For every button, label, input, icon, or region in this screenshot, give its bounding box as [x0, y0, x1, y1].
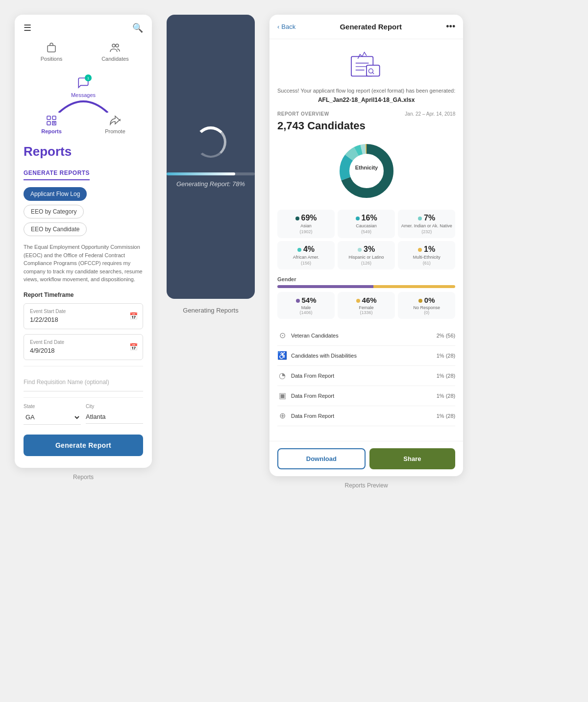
calendar-icon: 📅 [129, 312, 138, 320]
more-options-icon[interactable]: ••• [446, 22, 455, 32]
stat-icon: ⊕ [277, 411, 287, 421]
progress-bar-fill [167, 172, 235, 175]
action-buttons: Download Share [270, 441, 463, 476]
end-date-label: Event End Date [30, 339, 137, 345]
right-bottom-label: Reports Preview [270, 482, 463, 489]
nav-candidates[interactable]: Candidates [83, 37, 147, 67]
end-date-field[interactable]: Event End Date 4/9/2018 📅 [24, 334, 143, 360]
eeo-by-category-button[interactable]: EEO by Category [24, 205, 84, 218]
ethnicity-card: 4% African Amer. (156) [277, 241, 335, 269]
state-select[interactable]: GA [24, 410, 81, 425]
ethnicity-card: 69% Asian (1902) [277, 210, 335, 238]
stat-icon: ♿ [277, 351, 287, 361]
eeo-by-candidate-button[interactable]: EEO by Candidate [24, 222, 87, 236]
stat-row: ◔ Data From Report 1% (28) [277, 366, 455, 386]
svg-rect-0 [48, 46, 55, 52]
gender-card: 54% Male (1406) [277, 292, 335, 319]
requisition-search[interactable] [24, 372, 143, 391]
svg-point-1 [112, 44, 115, 47]
nav-promote[interactable]: Promote [83, 110, 147, 139]
message-badge: 1 [85, 74, 92, 81]
date-range: Jan. 22 – Apr. 14, 2018 [405, 111, 455, 117]
start-date-field[interactable]: Event Start Date 1/22/2018 📅 [24, 303, 143, 329]
state-label: State [24, 404, 81, 409]
nav-positions[interactable]: Positions [20, 37, 83, 67]
report-icon [347, 47, 386, 81]
stats-list: ⊙ Veteran Candidates 2% (56) ♿ Candidate… [277, 326, 455, 426]
svg-rect-4 [47, 121, 50, 125]
gender-section: Gender 54% Male (1406) 46% Female (1336)… [277, 276, 455, 319]
svg-rect-5 [52, 116, 56, 120]
stat-icon: ◔ [277, 371, 287, 381]
generating-label: Generating Reports [167, 307, 255, 314]
svg-rect-3 [47, 116, 50, 120]
requisition-input[interactable] [24, 379, 143, 386]
back-button[interactable]: ‹ Back [277, 23, 295, 30]
state-field[interactable]: State GA [24, 404, 81, 425]
left-bottom-label: Reports [15, 474, 152, 481]
stat-icon: ▣ [277, 391, 287, 401]
filename: AFL_Jan22-18_April14-18_GA.xlsx [277, 97, 455, 103]
ethnicity-card: 7% Amer. Indian or Ak. Native (232) [398, 210, 455, 238]
reports-title: Reports [24, 144, 143, 159]
menu-icon[interactable]: ☰ [24, 23, 31, 33]
stat-icon: ⊙ [277, 331, 287, 340]
gender-card: 0% No Response (0) [398, 292, 455, 319]
gender-grid: 54% Male (1406) 46% Female (1336) 0% No … [277, 292, 455, 319]
generating-text: Generating Report: 78% [176, 180, 245, 188]
candidates-count: 2,743 Candidates [277, 120, 455, 132]
ethnicity-grid: 69% Asian (1902) 16% Caucasian (549) 7% … [277, 210, 455, 269]
spinner [195, 126, 226, 158]
nav-reports[interactable]: Reports [20, 110, 83, 139]
svg-text:Ethnicity: Ethnicity [355, 165, 378, 170]
ethnicity-card: 3% Hispanic or Latino (126) [338, 241, 395, 269]
gender-card: 46% Female (1336) [338, 292, 395, 319]
calendar-icon-end: 📅 [129, 343, 138, 351]
share-button[interactable]: Share [369, 448, 456, 469]
search-icon[interactable]: 🔍 [132, 23, 143, 33]
stat-row: ⊙ Veteran Candidates 2% (56) [277, 326, 455, 346]
gender-bar [277, 285, 455, 288]
ethnicity-card: 1% Multi-Ethnicity (61) [398, 241, 455, 269]
timeframe-label: Report Timeframe [24, 291, 143, 298]
start-date-value: 1/22/2018 [30, 316, 58, 323]
applicant-flow-log-button[interactable]: Applicant Flow Log [24, 187, 87, 201]
start-date-label: Event Start Date [30, 309, 137, 314]
city-field[interactable]: City [86, 404, 143, 425]
progress-bar-container [167, 172, 255, 175]
generate-report-button[interactable]: Generate Report [24, 435, 143, 456]
stat-row: ⊕ Data From Report 1% (28) [277, 406, 455, 426]
city-label: City [86, 404, 143, 409]
report-overview-label: REPORT OVERVIEW [277, 111, 329, 117]
city-input[interactable] [86, 410, 143, 424]
nav-messages[interactable]: 1 Messages [67, 72, 99, 103]
ethnicity-card: 16% Caucasian (549) [338, 210, 395, 238]
loading-screen: Generating Report: 78% [167, 15, 255, 299]
svg-point-2 [116, 44, 119, 47]
generate-reports-label: GENERATE REPORTS [24, 169, 90, 180]
end-date-value: 4/9/2018 [30, 347, 55, 354]
stat-row: ♿ Candidates with Disabilities 1% (28) [277, 346, 455, 366]
success-text: Success! Your applicant flow log report … [277, 87, 455, 95]
report-screen: ‹ Back Generated Report ••• [270, 15, 463, 476]
stat-row: ▣ Data From Report 1% (28) [277, 386, 455, 406]
report-type-buttons: Applicant Flow Log EEO by Category EEO b… [24, 187, 143, 236]
ethnicity-donut-chart: Ethnicity [335, 139, 398, 203]
report-header-title: Generated Report [340, 23, 402, 31]
eeoc-description: The Equal Employment Opportunity Commiss… [24, 243, 143, 284]
gender-label: Gender [277, 276, 455, 282]
back-arrow-icon: ‹ [277, 23, 279, 30]
gender-bar-male [277, 285, 373, 288]
gender-bar-female [373, 285, 455, 288]
download-button[interactable]: Download [277, 448, 366, 469]
